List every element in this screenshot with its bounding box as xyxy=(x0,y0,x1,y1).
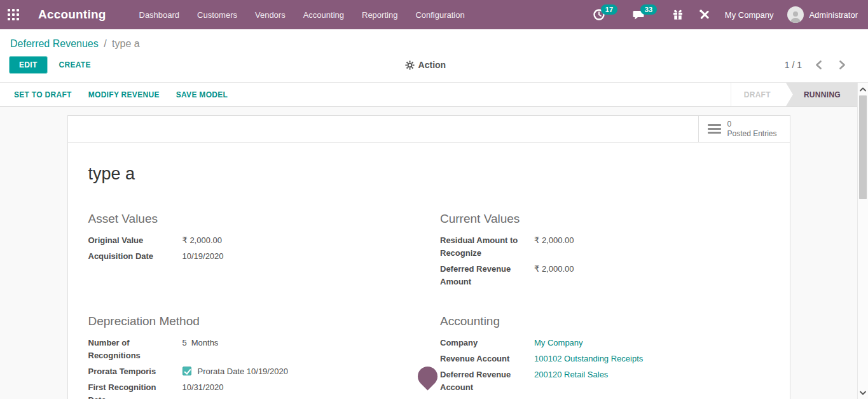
nav-menu-accounting[interactable]: Accounting xyxy=(303,10,344,20)
button-box: 0 Posted Entries xyxy=(68,116,790,143)
field-number-of-recognitions: Number of Recognitions 5Months xyxy=(88,337,418,362)
user-name: Administrator xyxy=(809,10,858,20)
modify-revenue-button[interactable]: MODIFY REVENUE xyxy=(88,90,160,99)
field-residual-amount: Residual Amount to Recognize ₹ 2,000.00 xyxy=(440,234,769,260)
status-widget: DRAFT RUNNING xyxy=(731,83,857,106)
field-original-value: Original Value ₹ 2,000.00 xyxy=(88,234,418,247)
field-revenue-account: Revenue Account 100102 Outstanding Recei… xyxy=(440,353,769,365)
breadcrumb-parent[interactable]: Deferred Revenues xyxy=(10,38,99,49)
group-depreciation-method: Depreciation Method Number of Recognitio… xyxy=(88,314,418,399)
pager-next-button[interactable] xyxy=(838,60,846,69)
group-title: Current Values xyxy=(440,212,769,226)
main-menu: Dashboard Customers Vendors Accounting R… xyxy=(139,10,465,20)
gear-icon xyxy=(405,60,415,70)
vertical-scrollbar[interactable] xyxy=(857,83,868,399)
field-company: Company My Company xyxy=(440,337,769,349)
nav-menu-dashboard[interactable]: Dashboard xyxy=(139,10,180,20)
breadcrumb-separator: / xyxy=(104,38,106,49)
gift-icon[interactable] xyxy=(672,8,684,21)
statusbar: SET TO DRAFT MODIFY REVENUE SAVE MODEL D… xyxy=(0,83,857,107)
tools-icon[interactable] xyxy=(698,8,711,21)
activities-button[interactable]: 17 xyxy=(593,8,618,21)
field-deferred-revenue-amount: Deferred Revenue Amount ₹ 2,000.00 xyxy=(440,263,769,288)
posted-entries-button[interactable]: 0 Posted Entries xyxy=(698,116,790,142)
scrollbar-thumb[interactable] xyxy=(859,95,867,199)
company-link[interactable]: My Company xyxy=(534,337,769,349)
status-running[interactable]: RUNNING xyxy=(786,83,857,106)
group-title: Accounting xyxy=(440,314,769,328)
group-title: Depreciation Method xyxy=(88,314,418,328)
scroll-up-arrow[interactable] xyxy=(858,84,868,94)
set-to-draft-button[interactable]: SET TO DRAFT xyxy=(14,90,72,99)
activity-count-badge: 17 xyxy=(601,4,617,15)
pager-count: 1 / 1 xyxy=(785,60,802,70)
nav-menu-customers[interactable]: Customers xyxy=(197,10,237,20)
prorata-checkbox xyxy=(183,367,191,375)
group-accounting: Accounting Company My Company Revenue Ac… xyxy=(440,314,769,399)
field-first-recognition-date: First Recognition Date 10/31/2020 xyxy=(88,381,418,399)
action-menu-button[interactable]: Action xyxy=(149,60,785,70)
nav-menu-configuration[interactable]: Configuration xyxy=(415,10,464,20)
posted-entries-label: Posted Entries xyxy=(727,129,777,139)
apps-menu-icon[interactable] xyxy=(8,9,19,20)
user-icon xyxy=(789,9,803,23)
form-view: 0 Posted Entries type a Asset Values Ori… xyxy=(0,107,857,399)
group-current-values: Current Values Residual Amount to Recogn… xyxy=(440,212,769,291)
top-navbar: Accounting Dashboard Customers Vendors A… xyxy=(0,0,868,29)
field-acquisition-date: Acquisition Date 10/19/2020 xyxy=(88,250,418,263)
save-model-button[interactable]: SAVE MODEL xyxy=(176,90,228,99)
company-switcher[interactable]: My Company xyxy=(725,10,774,20)
field-deferred-revenue-account: Deferred Revenue Account 200120 Retail S… xyxy=(440,368,769,394)
deferred-revenue-account-link[interactable]: 200120 Retail Sales xyxy=(534,368,769,394)
revenue-account-link[interactable]: 100102 Outstanding Receipts xyxy=(534,353,769,365)
nav-menu-reporting[interactable]: Reporting xyxy=(362,10,397,20)
create-button[interactable]: CREATE xyxy=(59,60,91,69)
posted-entries-icon xyxy=(708,124,721,134)
group-title: Asset Values xyxy=(88,212,418,226)
nav-menu-vendors[interactable]: Vendors xyxy=(255,10,286,20)
avatar xyxy=(787,6,804,23)
status-draft[interactable]: DRAFT xyxy=(731,83,786,106)
pager-previous-button[interactable] xyxy=(815,60,823,69)
group-asset-values: Asset Values Original Value ₹ 2,000.00 A… xyxy=(88,212,418,291)
record-title: type a xyxy=(88,164,769,184)
messages-button[interactable]: 33 xyxy=(632,8,658,21)
posted-entries-count: 0 xyxy=(727,120,777,129)
action-menu-label: Action xyxy=(418,60,446,70)
messages-count-badge: 33 xyxy=(640,4,657,15)
edit-button[interactable]: EDIT xyxy=(9,56,48,74)
app-brand[interactable]: Accounting xyxy=(38,8,106,22)
scroll-down-arrow[interactable] xyxy=(858,388,868,398)
breadcrumb-current: type a xyxy=(112,38,140,49)
control-panel: Deferred Revenues / type a EDIT CREATE A… xyxy=(0,29,868,83)
form-sheet: type a Asset Values Original Value ₹ 2,0… xyxy=(68,143,790,399)
user-menu[interactable]: Administrator xyxy=(787,6,858,23)
breadcrumb: Deferred Revenues / type a xyxy=(10,38,858,50)
field-prorata-temporis: Prorata Temporis Prorata Date 10/19/2020 xyxy=(88,365,418,378)
form-card: 0 Posted Entries type a Asset Values Ori… xyxy=(67,115,790,399)
